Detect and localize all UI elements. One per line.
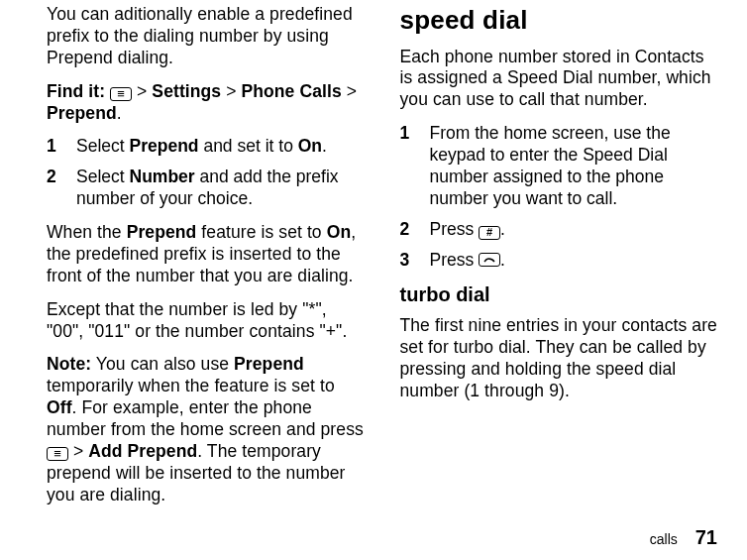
sep: >: [347, 81, 357, 101]
path-prepend: Prepend: [47, 103, 117, 123]
note-label: Note:: [47, 354, 91, 374]
left-column: You can aditionally enable a predefined …: [47, 4, 365, 518]
page-footer: calls 71: [650, 525, 717, 550]
text: . For example, enter the phone number fr…: [47, 397, 364, 439]
text: temporarily when the feature is set to: [47, 376, 335, 395]
right-column: speed dial Each phone number stored in C…: [400, 4, 718, 518]
sep: >: [226, 81, 236, 101]
turbo-dial-text: The first nine entries in your contacts …: [400, 315, 718, 402]
path-settings: Settings: [152, 81, 221, 101]
call-key-icon: [479, 253, 500, 267]
heading-turbo-dial: turbo dial: [400, 282, 718, 307]
step-body: Press .: [430, 250, 718, 272]
when-on-paragraph: When the Prepend feature is set to On, t…: [47, 222, 365, 287]
bold: On: [298, 136, 322, 156]
step-body: Select Prepend and set it to On.: [76, 136, 365, 158]
list-item: 2 Select Number and add the prefix numbe…: [47, 167, 365, 210]
page-columns: You can aditionally enable a predefined …: [47, 4, 717, 518]
bold: Off: [47, 397, 72, 417]
speed-dial-steps: 1 From the home screen, use the keypad t…: [400, 123, 718, 271]
note-paragraph: Note: You can also use Prepend temporari…: [47, 354, 365, 505]
text: .: [500, 250, 505, 270]
path-phone-calls: Phone Calls: [241, 81, 341, 101]
text: When the: [47, 222, 127, 242]
bold: Number: [130, 167, 195, 186]
bold: Prepend: [234, 354, 304, 374]
list-item: 1 Select Prepend and set it to On.: [47, 136, 365, 158]
period: .: [117, 103, 122, 123]
footer-section: calls: [650, 531, 678, 549]
step-number: 1: [400, 123, 430, 210]
text: Select: [76, 167, 130, 186]
step-number: 2: [400, 219, 430, 241]
step-number: 3: [400, 250, 430, 272]
text: Select: [76, 136, 130, 156]
menu-key-icon: [110, 87, 132, 101]
step-body: From the home screen, use the keypad to …: [430, 123, 718, 210]
menu-key-icon: [47, 447, 68, 461]
footer-page-number: 71: [695, 525, 717, 550]
except-paragraph: Except that the number is led by "*", "0…: [47, 299, 365, 343]
speed-dial-intro: Each phone number stored in Contacts is …: [400, 47, 718, 112]
text: and set it to: [199, 136, 298, 156]
text: feature is set to: [196, 222, 326, 242]
hash-key-icon: [479, 226, 500, 240]
prepend-steps: 1 Select Prepend and set it to On. 2 Sel…: [47, 136, 365, 210]
bold: Prepend: [127, 222, 197, 242]
bold: Prepend: [130, 136, 199, 156]
list-item: 1 From the home screen, use the keypad t…: [400, 123, 718, 210]
text: .: [322, 136, 327, 156]
list-item: 2 Press .: [400, 219, 718, 241]
step-number: 1: [47, 136, 76, 158]
heading-speed-dial: speed dial: [400, 4, 718, 37]
text: .: [500, 219, 505, 239]
text: Press: [430, 219, 480, 239]
sep: >: [137, 81, 147, 101]
text: Press: [430, 250, 480, 270]
step-body: Press .: [430, 219, 718, 241]
find-it-label: Find it:: [47, 81, 105, 101]
text: You can also use: [91, 354, 234, 374]
bold: On: [327, 222, 352, 242]
find-it-line: Find it: > Settings > Phone Calls > Prep…: [47, 81, 365, 125]
bold: Add Prepend: [88, 441, 197, 461]
step-number: 2: [47, 167, 76, 210]
prepend-intro: You can aditionally enable a predefined …: [47, 4, 365, 69]
list-item: 3 Press .: [400, 250, 718, 272]
step-body: Select Number and add the prefix number …: [76, 167, 365, 210]
sep: >: [68, 441, 88, 461]
